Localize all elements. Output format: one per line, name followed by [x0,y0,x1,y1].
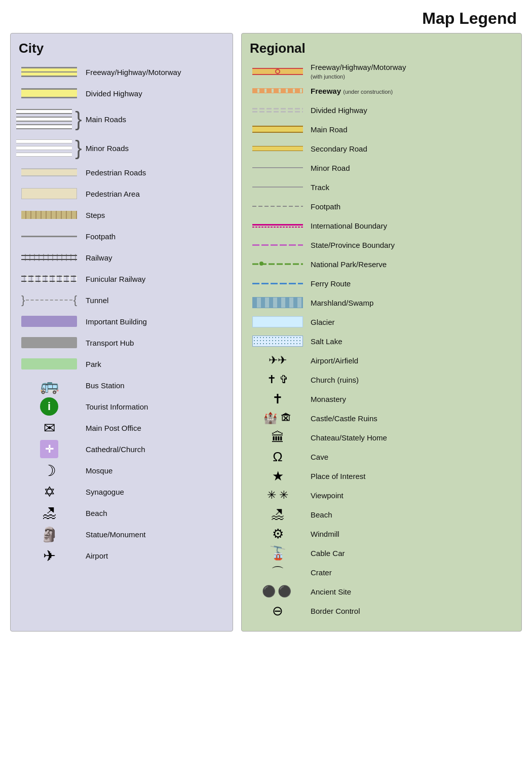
tunnel-label: Tunnel [80,296,108,305]
reg-airport-label: Airport/Airfield [306,356,513,365]
reg-intl-boundary-icon [250,224,306,228]
cathedral-label: Cathedral/Church [80,445,145,454]
list-item: ✉ Main Post Office [19,418,224,437]
list-item: Track [250,178,513,196]
pedestrian-area-label: Pedestrian Area [80,190,140,198]
list-item: Divided Highway [19,84,224,103]
list-item: } Main Roads [19,105,224,133]
list-item: ✳ ✳ Viewpoint [250,486,513,504]
list-item: International Boundary [250,216,513,235]
list-item: Glacier [250,313,513,331]
list-item: Transport Hub [19,333,224,352]
bus-station-label: Bus Station [80,381,125,390]
reg-minor-label: Minor Road [306,164,513,172]
reg-footpath-label: Footpath [306,202,513,211]
reg-secondary-icon [250,146,306,151]
reg-place-interest-label: Place of Interest [306,472,513,480]
freeway-icon [19,67,80,77]
reg-ancient-site-icon: ⚫⚫ [250,585,306,598]
reg-marshland-label: Marshland/Swamp [306,299,513,307]
list-item: Ω Cave [250,448,513,466]
reg-state-boundary-icon [250,244,306,246]
reg-glacier-label: Glacier [306,318,513,326]
list-item: Ferry Route [250,274,513,292]
footpath-label: Footpath [80,232,116,241]
airport-city-label: Airport [80,551,108,560]
list-item: 🚌 Bus Station [19,376,224,395]
synagogue-label: Synagogue [80,488,124,496]
pedestrian-roads-icon [19,168,80,176]
list-item: Steps [19,205,224,225]
reg-airport-icon: ✈✈ [250,354,306,367]
reg-monastery-icon: ✝ [250,391,306,407]
reg-natpark-icon [250,261,306,268]
city-panel: City Freeway/Highway/Motorway Divided Hi… [10,33,233,632]
synagogue-icon: ✡ [19,484,80,500]
reg-footpath-icon [250,206,306,207]
post-office-icon: ✉ [19,420,80,436]
reg-viewpoint-icon: ✳ ✳ [250,489,306,502]
minor-roads-label: Minor Roads [80,144,129,153]
beach-city-label: Beach [80,509,107,517]
main-roads-label: Main Roads [80,115,126,124]
reg-ferry-icon [250,283,306,284]
reg-minor-icon [250,167,306,168]
important-building-label: Important Building [80,317,147,326]
reg-freeway-icon [250,68,306,75]
list-item: i Tourist Information [19,397,224,416]
funicular-label: Funicular Railway [80,275,145,283]
regional-title: Regional [250,41,513,56]
list-item: Freeway/Highway/Motorway [19,62,224,82]
reg-crater-label: Crater [306,568,513,577]
reg-secondary-label: Secondary Road [306,144,513,153]
reg-freeway-label: Freeway/Highway/Motorway (with junction) [306,63,513,80]
reg-main-road-label: Main Road [306,125,513,134]
reg-divided-icon [250,108,306,113]
reg-ancient-site-label: Ancient Site [306,587,513,596]
reg-border-control-icon: ⊖ [250,603,306,619]
list-item: ✝ ✞ Church (ruins) [250,371,513,389]
reg-castle-icon: 🏰 🏚 [250,412,306,425]
reg-cave-label: Cave [306,453,513,461]
freeway-label: Freeway/Highway/Motorway [80,68,181,77]
list-item: 🗿 Statue/Monument [19,525,224,544]
statue-icon: 🗿 [19,526,80,543]
airport-city-icon: ✈ [19,547,80,565]
list-item: Freeway/Highway/Motorway (with junction) [250,62,513,81]
mosque-label: Mosque [80,466,112,475]
list-item: Minor Road [250,159,513,177]
reg-freeway-construction-label: Freeway (under construction) [306,87,513,95]
reg-intl-boundary-label: International Boundary [306,221,513,230]
bus-station-icon: 🚌 [19,377,80,394]
reg-beach-icon: 🏖 [250,507,306,523]
divided-highway-label: Divided Highway [80,89,142,98]
reg-track-icon [250,187,306,188]
list-item: Pedestrian Roads [19,163,224,182]
pedestrian-roads-label: Pedestrian Roads [80,168,146,177]
list-item: Main Road [250,120,513,138]
list-item: ☽ Mosque [19,461,224,480]
list-item: 🚡 Cable Car [250,544,513,562]
park-label: Park [80,360,101,368]
list-item: Freeway (under construction) [250,82,513,100]
list-item: Park [19,354,224,374]
list-item: 🏰 🏚 Castle/Castle Ruins [250,409,513,427]
transport-hub-icon [19,337,80,348]
list-item: Marshland/Swamp [250,293,513,312]
reg-track-label: Track [306,183,513,192]
list-item: } { Tunnel [19,290,224,310]
list-item: ✈ Airport [19,546,224,565]
reg-saltlake-label: Salt Lake [306,337,513,346]
list-item: ⊖ Border Control [250,602,513,620]
list-item: ★ Place of Interest [250,467,513,485]
tourist-info-label: Tourist Information [80,402,148,411]
reg-main-road-icon [250,126,306,133]
reg-ferry-label: Ferry Route [306,279,513,288]
reg-chateau-label: Chateau/Stately Home [306,433,513,442]
list-item: Funicular Railway [19,269,224,288]
list-item: 🏛 Chateau/Stately Home [250,428,513,447]
beach-city-icon: 🏖 [19,505,80,522]
statue-label: Statue/Monument [80,530,145,539]
list-item: Salt Lake [250,332,513,350]
list-item: ✡ Synagogue [19,482,224,501]
